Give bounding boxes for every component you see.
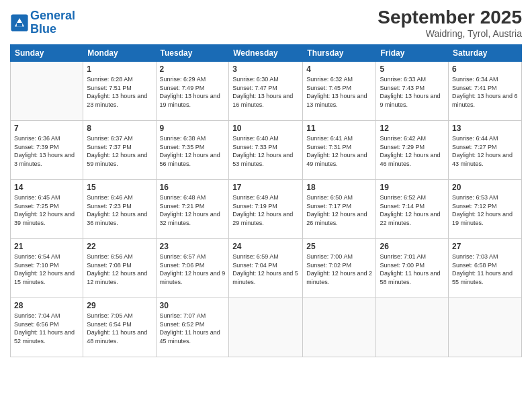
col-tuesday: Tuesday [156,45,229,62]
day-info: Sunrise: 6:52 AMSunset: 7:14 PMDaylight:… [380,193,445,227]
calendar-cell [449,298,522,357]
day-number: 9 [160,124,226,133]
day-number: 10 [232,124,299,133]
day-info: Sunrise: 6:44 AMSunset: 7:27 PMDaylight:… [452,134,518,168]
day-number: 22 [87,242,152,251]
calendar-header-row: Sunday Monday Tuesday Wednesday Thursday… [11,45,522,62]
calendar-cell: 7Sunrise: 6:36 AMSunset: 7:39 PMDaylight… [11,121,83,180]
location-title: Waidring, Tyrol, Austria [378,28,522,39]
day-number: 6 [452,64,518,74]
calendar-cell: 27Sunrise: 7:03 AMSunset: 6:58 PMDayligh… [449,239,522,298]
day-info: Sunrise: 6:41 AMSunset: 7:31 PMDaylight:… [306,134,372,168]
col-thursday: Thursday [303,45,376,62]
calendar-week-row: 28Sunrise: 7:04 AMSunset: 6:56 PMDayligh… [11,298,522,357]
day-info: Sunrise: 6:28 AMSunset: 7:51 PMDaylight:… [87,75,152,109]
day-info: Sunrise: 7:05 AMSunset: 6:54 PMDaylight:… [87,312,152,345]
day-info: Sunrise: 6:32 AMSunset: 7:45 PMDaylight:… [306,75,372,109]
calendar-cell: 4Sunrise: 6:32 AMSunset: 7:45 PMDaylight… [303,62,376,121]
logo-line2: Blue [30,22,56,36]
day-info: Sunrise: 6:40 AMSunset: 7:33 PMDaylight:… [232,134,299,168]
logo-icon [10,13,29,32]
calendar-cell: 3Sunrise: 6:30 AMSunset: 7:47 PMDaylight… [229,62,303,121]
col-wednesday: Wednesday [229,45,303,62]
col-saturday: Saturday [449,45,522,62]
calendar-cell: 21Sunrise: 6:54 AMSunset: 7:10 PMDayligh… [11,239,83,298]
calendar-cell: 23Sunrise: 6:57 AMSunset: 7:06 PMDayligh… [156,239,229,298]
day-info: Sunrise: 6:59 AMSunset: 7:04 PMDaylight:… [232,253,299,286]
calendar-cell [11,62,83,121]
calendar-cell: 28Sunrise: 7:04 AMSunset: 6:56 PMDayligh… [11,298,83,357]
day-info: Sunrise: 7:07 AMSunset: 6:52 PMDaylight:… [160,312,226,345]
day-info: Sunrise: 6:42 AMSunset: 7:29 PMDaylight:… [380,134,445,168]
page-header: General Blue September 2025 Waidring, Ty… [10,7,522,39]
calendar-cell: 2Sunrise: 6:29 AMSunset: 7:49 PMDaylight… [156,62,229,121]
day-number: 28 [14,301,79,310]
day-info: Sunrise: 6:48 AMSunset: 7:21 PMDaylight:… [160,193,226,227]
calendar-cell [376,298,449,357]
col-monday: Monday [83,45,156,62]
calendar-week-row: 7Sunrise: 6:36 AMSunset: 7:39 PMDaylight… [11,121,522,180]
day-number: 3 [232,64,299,74]
calendar-cell: 12Sunrise: 6:42 AMSunset: 7:29 PMDayligh… [376,121,449,180]
day-number: 25 [306,242,372,251]
day-number: 23 [160,242,226,251]
day-info: Sunrise: 6:36 AMSunset: 7:39 PMDaylight:… [14,134,79,168]
day-number: 7 [14,124,79,133]
calendar-week-row: 1Sunrise: 6:28 AMSunset: 7:51 PMDaylight… [11,62,522,121]
logo-text: General Blue [30,9,75,36]
day-number: 16 [160,183,226,192]
day-number: 18 [306,183,372,192]
svg-rect-2 [17,23,22,27]
day-info: Sunrise: 6:33 AMSunset: 7:43 PMDaylight:… [380,75,445,109]
day-info: Sunrise: 7:04 AMSunset: 6:56 PMDaylight:… [14,312,79,345]
day-number: 19 [380,183,445,192]
calendar: Sunday Monday Tuesday Wednesday Thursday… [10,44,522,357]
day-number: 1 [87,64,152,74]
calendar-week-row: 14Sunrise: 6:45 AMSunset: 7:25 PMDayligh… [11,180,522,239]
calendar-cell: 30Sunrise: 7:07 AMSunset: 6:52 PMDayligh… [156,298,229,357]
day-info: Sunrise: 6:34 AMSunset: 7:41 PMDaylight:… [452,75,518,109]
calendar-cell: 24Sunrise: 6:59 AMSunset: 7:04 PMDayligh… [229,239,303,298]
day-number: 27 [452,242,518,251]
day-info: Sunrise: 7:03 AMSunset: 6:58 PMDaylight:… [452,253,518,286]
day-number: 2 [160,64,226,74]
calendar-cell: 29Sunrise: 7:05 AMSunset: 6:54 PMDayligh… [83,298,156,357]
day-info: Sunrise: 6:29 AMSunset: 7:49 PMDaylight:… [160,75,226,109]
calendar-cell: 25Sunrise: 7:00 AMSunset: 7:02 PMDayligh… [303,239,376,298]
day-number: 30 [160,301,226,310]
day-number: 11 [306,124,372,133]
calendar-cell: 22Sunrise: 6:56 AMSunset: 7:08 PMDayligh… [83,239,156,298]
calendar-cell: 26Sunrise: 7:01 AMSunset: 7:00 PMDayligh… [376,239,449,298]
day-number: 15 [87,183,152,192]
calendar-cell: 8Sunrise: 6:37 AMSunset: 7:37 PMDaylight… [83,121,156,180]
day-info: Sunrise: 6:57 AMSunset: 7:06 PMDaylight:… [160,253,226,286]
calendar-cell [303,298,376,357]
calendar-cell: 14Sunrise: 6:45 AMSunset: 7:25 PMDayligh… [11,180,83,239]
calendar-week-row: 21Sunrise: 6:54 AMSunset: 7:10 PMDayligh… [11,239,522,298]
col-sunday: Sunday [11,45,83,62]
day-info: Sunrise: 7:01 AMSunset: 7:00 PMDaylight:… [380,253,445,286]
calendar-cell: 1Sunrise: 6:28 AMSunset: 7:51 PMDaylight… [83,62,156,121]
day-info: Sunrise: 6:37 AMSunset: 7:37 PMDaylight:… [87,134,152,168]
day-info: Sunrise: 6:53 AMSunset: 7:12 PMDaylight:… [452,193,518,227]
month-title: September 2025 [378,7,522,28]
day-info: Sunrise: 6:45 AMSunset: 7:25 PMDaylight:… [14,193,79,227]
day-number: 14 [14,183,79,192]
day-info: Sunrise: 6:50 AMSunset: 7:17 PMDaylight:… [306,193,372,227]
day-number: 20 [452,183,518,192]
day-info: Sunrise: 6:49 AMSunset: 7:19 PMDaylight:… [232,193,299,227]
day-number: 4 [306,64,372,74]
day-number: 29 [87,301,152,310]
logo: General Blue [10,9,75,36]
calendar-cell: 9Sunrise: 6:38 AMSunset: 7:35 PMDaylight… [156,121,229,180]
calendar-cell: 13Sunrise: 6:44 AMSunset: 7:27 PMDayligh… [449,121,522,180]
day-number: 5 [380,64,445,74]
day-number: 24 [232,242,299,251]
day-number: 13 [452,124,518,133]
day-info: Sunrise: 6:56 AMSunset: 7:08 PMDaylight:… [87,253,152,286]
title-block: September 2025 Waidring, Tyrol, Austria [378,7,522,39]
calendar-cell: 15Sunrise: 6:46 AMSunset: 7:23 PMDayligh… [83,180,156,239]
calendar-cell: 16Sunrise: 6:48 AMSunset: 7:21 PMDayligh… [156,180,229,239]
day-info: Sunrise: 6:54 AMSunset: 7:10 PMDaylight:… [14,253,79,286]
calendar-cell: 17Sunrise: 6:49 AMSunset: 7:19 PMDayligh… [229,180,303,239]
